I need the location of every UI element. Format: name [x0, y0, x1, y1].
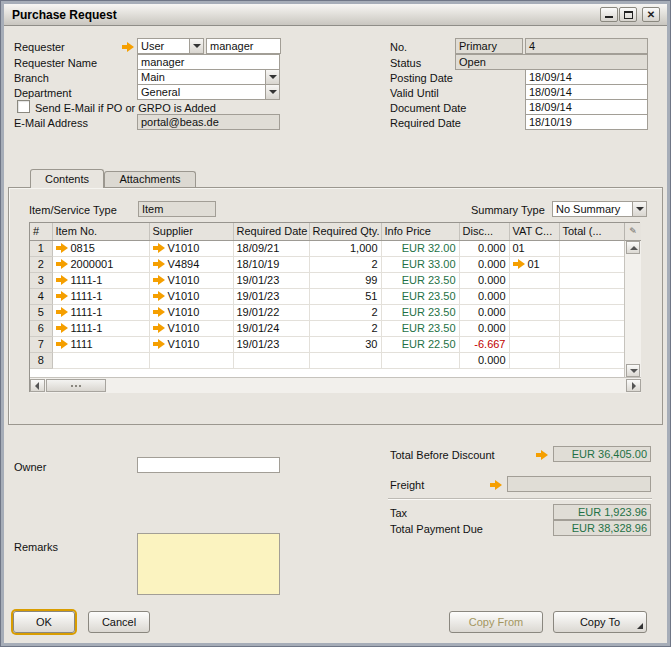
close-button[interactable]: ✕ — [642, 7, 660, 22]
titlebar[interactable]: Purchase Request ✕ — [4, 4, 667, 26]
total-cell[interactable] — [559, 352, 624, 368]
vat-code-cell[interactable] — [509, 272, 559, 288]
required-date-cell[interactable]: 19/01/23 — [233, 288, 309, 304]
required-qty-cell[interactable]: 99 — [309, 272, 381, 288]
link-arrow-icon[interactable] — [56, 275, 68, 285]
requester-name-input[interactable]: manager — [137, 54, 280, 70]
required-qty-cell[interactable]: 2 — [309, 304, 381, 320]
grid-column-header[interactable]: Info Price — [381, 223, 459, 240]
row-number-cell[interactable]: 4 — [30, 288, 52, 304]
item-service-type-field[interactable]: Item — [138, 201, 216, 217]
chevron-down-icon[interactable] — [189, 39, 203, 53]
chevron-down-icon[interactable] — [265, 70, 279, 84]
vat-code-cell[interactable] — [509, 352, 559, 368]
total-cell[interactable] — [559, 304, 624, 320]
document-date-input[interactable]: 18/09/14 — [525, 99, 648, 115]
send-email-checkbox[interactable] — [17, 100, 30, 113]
info-price-cell[interactable]: EUR 23.50 — [381, 288, 459, 304]
supplier-cell[interactable]: V1010 — [149, 336, 233, 352]
required-qty-cell[interactable]: 2 — [309, 320, 381, 336]
maximize-button[interactable] — [619, 7, 637, 22]
link-arrow-icon[interactable] — [56, 243, 68, 253]
discount-cell[interactable]: 0.000 — [459, 256, 509, 272]
row-number-cell[interactable]: 1 — [30, 240, 52, 256]
info-price-cell[interactable]: EUR 23.50 — [381, 272, 459, 288]
row-number-cell[interactable]: 2 — [30, 256, 52, 272]
supplier-cell[interactable]: V1010 — [149, 320, 233, 336]
scroll-up-icon[interactable] — [626, 241, 640, 254]
total-cell[interactable] — [559, 240, 624, 256]
chevron-down-icon[interactable] — [632, 202, 646, 216]
item-no-cell[interactable]: 1111-1 — [52, 288, 149, 304]
grid-column-header[interactable]: Supplier — [149, 223, 233, 240]
info-price-cell[interactable]: EUR 23.50 — [381, 304, 459, 320]
total-cell[interactable] — [559, 272, 624, 288]
grid-column-header[interactable]: Total (... — [559, 223, 624, 240]
item-no-cell[interactable]: 1111-1 — [52, 272, 149, 288]
summary-type-select[interactable]: No Summary — [552, 201, 647, 217]
discount-cell[interactable]: 0.000 — [459, 240, 509, 256]
required-date-cell[interactable]: 19/01/24 — [233, 320, 309, 336]
row-number-cell[interactable]: 8 — [30, 352, 52, 368]
owner-input[interactable] — [137, 457, 280, 473]
total-cell[interactable] — [559, 336, 624, 352]
link-arrow-icon[interactable] — [56, 291, 68, 301]
info-price-cell[interactable]: EUR 32.00 — [381, 240, 459, 256]
vat-code-cell[interactable] — [509, 288, 559, 304]
supplier-cell[interactable]: V1010 — [149, 272, 233, 288]
item-no-cell[interactable]: 1111 — [52, 336, 149, 352]
required-qty-cell[interactable]: 51 — [309, 288, 381, 304]
link-arrow-icon[interactable] — [153, 275, 165, 285]
scroll-down-icon[interactable] — [626, 364, 640, 377]
supplier-cell[interactable]: V4894 — [149, 256, 233, 272]
item-no-cell[interactable] — [52, 352, 149, 368]
total-cell[interactable] — [559, 256, 624, 272]
no-value-field[interactable]: 4 — [525, 38, 648, 54]
requester-input[interactable]: manager — [206, 38, 281, 54]
required-qty-cell[interactable] — [309, 352, 381, 368]
discount-cell[interactable]: 0.000 — [459, 272, 509, 288]
copy-to-button[interactable]: Copy To — [553, 611, 647, 633]
tab-contents[interactable]: Contents — [30, 169, 104, 188]
supplier-cell[interactable] — [149, 352, 233, 368]
item-no-cell[interactable]: 1111-1 — [52, 320, 149, 336]
grid-column-header[interactable]: Disc... — [459, 223, 509, 240]
discount-cell[interactable]: 0.000 — [459, 352, 509, 368]
requester-link-arrow-icon[interactable] — [122, 42, 134, 52]
item-no-cell[interactable]: 0815 — [52, 240, 149, 256]
supplier-cell[interactable]: V1010 — [149, 288, 233, 304]
grid-column-header[interactable]: # — [30, 223, 52, 240]
grid-column-header[interactable]: Item No. — [52, 223, 149, 240]
total-cell[interactable] — [559, 288, 624, 304]
info-price-cell[interactable]: EUR 22.50 — [381, 336, 459, 352]
grid-horizontal-scrollbar[interactable] — [30, 377, 641, 393]
scroll-left-icon[interactable] — [30, 379, 45, 392]
grid-vertical-scrollbar[interactable] — [624, 241, 641, 377]
required-date-cell[interactable] — [233, 352, 309, 368]
item-no-cell[interactable]: 1111-1 — [52, 304, 149, 320]
freight-field[interactable] — [507, 476, 651, 492]
form-settings-icon[interactable]: ✎ — [624, 223, 641, 241]
scroll-right-icon[interactable] — [626, 379, 641, 392]
email-address-field[interactable]: portal@beas.de — [137, 114, 280, 130]
row-number-cell[interactable]: 3 — [30, 272, 52, 288]
link-arrow-icon[interactable] — [153, 243, 165, 253]
row-number-cell[interactable]: 7 — [30, 336, 52, 352]
grid-column-header[interactable]: VAT C... — [509, 223, 559, 240]
required-date-cell[interactable]: 19/01/22 — [233, 304, 309, 320]
discount-cell[interactable]: 0.000 — [459, 288, 509, 304]
link-arrow-icon[interactable] — [56, 323, 68, 333]
discount-cell[interactable]: 0.000 — [459, 320, 509, 336]
required-date-cell[interactable]: 19/01/23 — [233, 272, 309, 288]
link-arrow-icon[interactable] — [153, 291, 165, 301]
ok-button[interactable]: OK — [13, 611, 75, 633]
scrollbar-thumb[interactable] — [46, 379, 106, 392]
info-price-cell[interactable] — [381, 352, 459, 368]
supplier-cell[interactable]: V1010 — [149, 240, 233, 256]
requester-type-select[interactable]: User — [137, 38, 204, 54]
discount-cell[interactable]: 0.000 — [459, 304, 509, 320]
required-qty-cell[interactable]: 30 — [309, 336, 381, 352]
total-cell[interactable] — [559, 320, 624, 336]
supplier-cell[interactable]: V1010 — [149, 304, 233, 320]
department-select[interactable]: General — [137, 84, 280, 100]
